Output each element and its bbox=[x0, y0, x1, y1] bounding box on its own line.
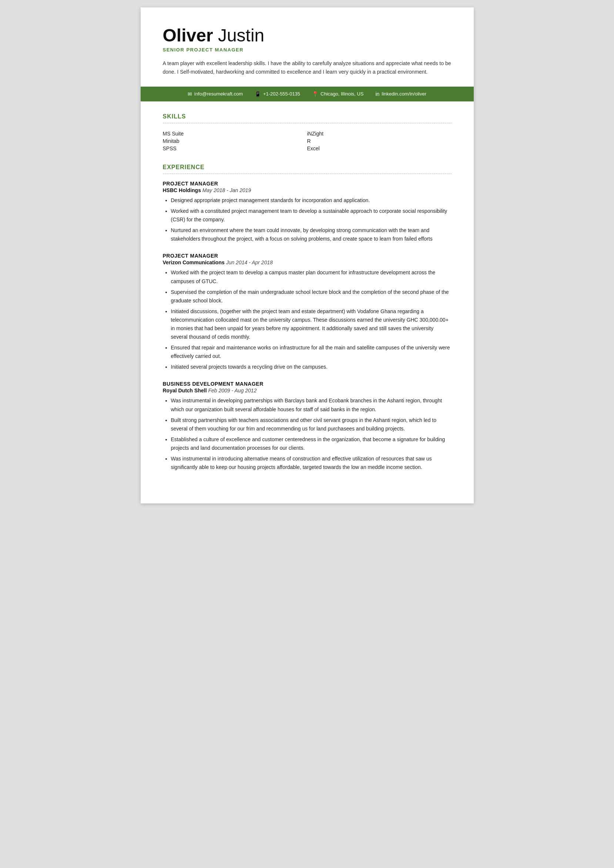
skill-item: Minitab bbox=[163, 137, 307, 145]
job-dates: Feb 2009 - Aug 2012 bbox=[208, 388, 256, 394]
skills-divider bbox=[163, 123, 451, 123]
bullet-item: Worked with a constituted project manage… bbox=[171, 207, 451, 224]
bullet-item: Initiated several projects towards a rec… bbox=[171, 363, 451, 371]
location-value: Chicago, Illinois, US bbox=[321, 91, 363, 97]
contact-linkedin: in linkedin.com/in/oliver bbox=[375, 91, 426, 97]
job-title: PROJECT MANAGER bbox=[163, 253, 451, 259]
experience-block: PROJECT MANAGERHSBC Holdings May 2018 - … bbox=[163, 181, 451, 243]
contact-email: ✉ info@resumekraft.com bbox=[188, 91, 243, 97]
contact-location: 📍 Chicago, Illinois, US bbox=[312, 91, 363, 97]
skills-col1: MS SuiteMinitabSPSS bbox=[163, 130, 307, 152]
experience-heading: EXPERIENCE bbox=[163, 164, 451, 170]
experience-block: BUSINESS DEVELOPMENT MANAGERRoyal Dutch … bbox=[163, 381, 451, 471]
job-bullets: Worked with the project team to develop … bbox=[163, 268, 451, 371]
candidate-summary: A team player with excellent leadership … bbox=[163, 59, 451, 76]
resume-document: Oliver Justin SENIOR PROJECT MANAGER A t… bbox=[141, 8, 474, 504]
bullet-item: Nurtured an environment where the team c… bbox=[171, 226, 451, 243]
contact-phone: 📱 +1-202-555-0135 bbox=[254, 91, 300, 97]
skill-item: iNZight bbox=[307, 130, 451, 137]
skill-item: R bbox=[307, 137, 451, 145]
skills-heading: SKILLS bbox=[163, 113, 451, 120]
company-line: Verizon Communications Jun 2014 - Apr 20… bbox=[163, 259, 451, 265]
location-icon: 📍 bbox=[312, 91, 318, 97]
email-value: info@resumekraft.com bbox=[194, 91, 243, 97]
bullet-item: Established a culture of excellence and … bbox=[171, 435, 451, 452]
job-dates: Jun 2014 - Apr 2018 bbox=[226, 259, 273, 265]
candidate-name: Oliver Justin bbox=[163, 26, 451, 45]
skill-item: MS Suite bbox=[163, 130, 307, 137]
last-name: Justin bbox=[213, 26, 265, 45]
skills-col2: iNZightRExcel bbox=[307, 130, 451, 152]
linkedin-icon: in bbox=[375, 91, 379, 97]
contact-bar: ✉ info@resumekraft.com 📱 +1-202-555-0135… bbox=[141, 87, 474, 101]
linkedin-value: linkedin.com/in/oliver bbox=[381, 91, 426, 97]
company-name: HSBC Holdings bbox=[163, 187, 201, 193]
skills-grid: MS SuiteMinitabSPSS iNZightRExcel bbox=[163, 130, 451, 152]
phone-icon: 📱 bbox=[254, 91, 261, 97]
bullet-item: Was instrumental in introducing alternat… bbox=[171, 454, 451, 471]
company-line: HSBC Holdings May 2018 - Jan 2019 bbox=[163, 187, 451, 193]
job-title: PROJECT MANAGER bbox=[163, 181, 451, 186]
company-line: Royal Dutch Shell Feb 2009 - Aug 2012 bbox=[163, 388, 451, 394]
skill-item: SPSS bbox=[163, 145, 307, 152]
experience-divider bbox=[163, 174, 451, 174]
experience-block: PROJECT MANAGERVerizon Communications Ju… bbox=[163, 253, 451, 371]
skills-section: SKILLS MS SuiteMinitabSPSS iNZightRExcel bbox=[163, 113, 451, 152]
bullet-item: Worked with the project team to develop … bbox=[171, 268, 451, 285]
bullet-item: Supervised the completion of the main un… bbox=[171, 288, 451, 305]
experience-list: PROJECT MANAGERHSBC Holdings May 2018 - … bbox=[163, 181, 451, 471]
job-bullets: Was instrumental in developing partnersh… bbox=[163, 397, 451, 471]
company-name: Royal Dutch Shell bbox=[163, 388, 207, 394]
first-name: Oliver bbox=[163, 26, 213, 45]
bullet-item: Was instrumental in developing partnersh… bbox=[171, 397, 451, 414]
bullet-item: Designed appropriate project management … bbox=[171, 196, 451, 205]
job-bullets: Designed appropriate project management … bbox=[163, 196, 451, 243]
bullet-item: Built strong partnerships with teachers … bbox=[171, 416, 451, 433]
bullet-item: Initiated discussions, (together with th… bbox=[171, 307, 451, 341]
job-title: BUSINESS DEVELOPMENT MANAGER bbox=[163, 381, 451, 387]
job-dates: May 2018 - Jan 2019 bbox=[202, 187, 251, 193]
skill-item: Excel bbox=[307, 145, 451, 152]
phone-value: +1-202-555-0135 bbox=[263, 91, 300, 97]
experience-section: EXPERIENCE PROJECT MANAGERHSBC Holdings … bbox=[163, 164, 451, 471]
email-icon: ✉ bbox=[188, 91, 192, 97]
company-name: Verizon Communications bbox=[163, 259, 225, 265]
candidate-title: SENIOR PROJECT MANAGER bbox=[163, 47, 451, 53]
bullet-item: Ensured that repair and maintenance work… bbox=[171, 344, 451, 361]
